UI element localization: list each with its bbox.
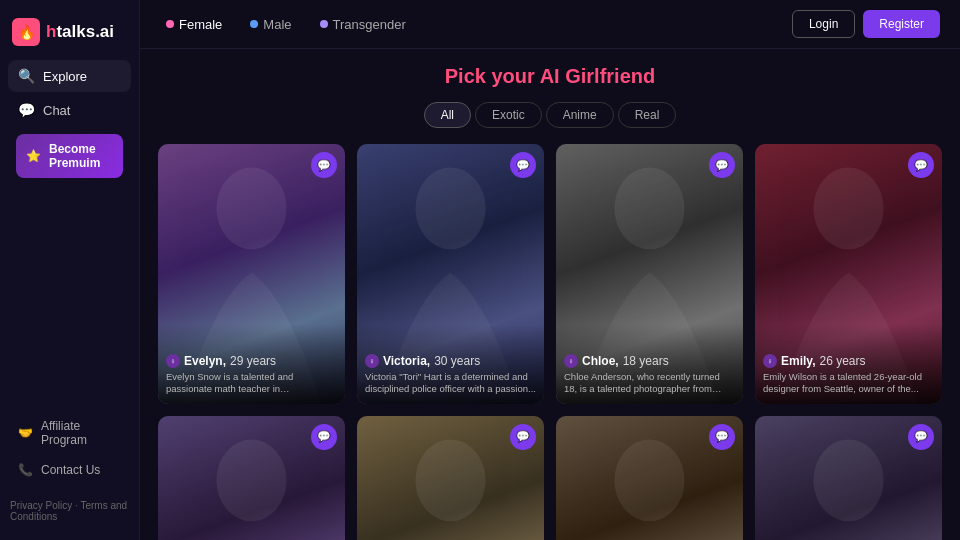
sidebar: 🔥 htalks.ai 🔍 Explore 💬 Chat ⭐ Become Pr… (0, 0, 140, 540)
sidebar-footer: Privacy Policy · Terms and Conditions (0, 492, 139, 530)
svg-point-7 (813, 439, 883, 521)
card-name-emily: ♀ Emily, 26 years (763, 354, 934, 368)
card-name-text-victoria: Victoria, (383, 354, 430, 368)
login-button[interactable]: Login (792, 10, 855, 38)
filter-real[interactable]: Real (618, 102, 677, 128)
filter-tabs: All Exotic Anime Real (158, 102, 942, 128)
logo: 🔥 htalks.ai (0, 10, 139, 60)
card-chat-btn-emily[interactable]: 💬 (908, 152, 934, 178)
trans-dot (320, 20, 328, 28)
female-label: Female (179, 17, 222, 32)
card-name-chloe: ♀ Chloe, 18 years (564, 354, 735, 368)
cards-grid: 💬 ♀ Evelyn, 29 years Evelyn Snow is a ta… (158, 144, 942, 540)
card-chat-btn-evelyn[interactable]: 💬 (311, 152, 337, 178)
card-name-text-emily: Emily, (781, 354, 815, 368)
filter-all[interactable]: All (424, 102, 471, 128)
logo-talks: talks.ai (56, 22, 114, 41)
sidebar-item-explore[interactable]: 🔍 Explore (8, 60, 131, 92)
logo-hot: h (46, 22, 56, 41)
card-age-evelyn: 29 years (230, 354, 276, 368)
female-dot (166, 20, 174, 28)
card-lily[interactable]: 💬 ♀ Lily, 37 years Lilja Carter, a 37-ye… (158, 416, 345, 540)
card-victoria[interactable]: 💬 ♀ Victoria, 30 years Victoria "Tori" H… (357, 144, 544, 404)
card-name-icon-evelyn: ♀ (166, 354, 180, 368)
svg-point-3 (813, 168, 883, 250)
page-title: Pick your AI Girlfriend (158, 65, 942, 88)
chat-icon: 💬 (18, 102, 35, 118)
male-label: Male (263, 17, 291, 32)
gender-selector: Female Male Transgender (160, 13, 778, 36)
privacy-link[interactable]: Privacy Policy (10, 500, 72, 511)
auth-buttons: Login Register (792, 10, 940, 38)
svg-point-5 (415, 439, 485, 521)
svg-point-1 (415, 168, 485, 250)
card-overlay-emily: ♀ Emily, 26 years Emily Wilson is a tale… (755, 324, 942, 404)
register-button[interactable]: Register (863, 10, 940, 38)
card-overlay-victoria: ♀ Victoria, 30 years Victoria "Tori" Har… (357, 324, 544, 404)
page-title-accent: Girlfriend (565, 65, 655, 87)
premium-label: Become Premuim (49, 142, 113, 170)
card-name-icon-emily: ♀ (763, 354, 777, 368)
card-chloe[interactable]: 💬 ♀ Chloe, 18 years Chloe Anderson, who … (556, 144, 743, 404)
topbar: Female Male Transgender Login Register (140, 0, 960, 49)
svg-point-0 (216, 168, 286, 250)
card-jessica[interactable]: 💬 ♀ Jessica, 42 years Jessica the owner … (357, 416, 544, 540)
sidebar-item-contact[interactable]: 📞 Contact Us (8, 456, 131, 484)
logo-text: htalks.ai (46, 22, 114, 42)
trans-label: Transgender (333, 17, 406, 32)
card-chat-btn-chloe[interactable]: 💬 (709, 152, 735, 178)
card-chat-btn-lily[interactable]: 💬 (311, 424, 337, 450)
page-title-text: Pick your AI (445, 65, 565, 87)
affiliate-label: Affiliate Program (41, 419, 121, 447)
gender-male[interactable]: Male (244, 13, 297, 36)
explore-icon: 🔍 (18, 68, 35, 84)
logo-icon: 🔥 (12, 18, 40, 46)
card-chat-btn-victoria[interactable]: 💬 (510, 152, 536, 178)
sidebar-nav: 🔍 Explore 💬 Chat ⭐ Become Premuim (0, 60, 139, 404)
card-desc-victoria: Victoria "Tori" Hart is a determined and… (365, 371, 536, 396)
male-dot (250, 20, 258, 28)
card-age-chloe: 18 years (623, 354, 669, 368)
sidebar-item-affiliate[interactable]: 🤝 Affiliate Program (8, 412, 131, 454)
card-name-evelyn: ♀ Evelyn, 29 years (166, 354, 337, 368)
sidebar-item-chat-label: Chat (43, 103, 70, 118)
gender-transgender[interactable]: Transgender (314, 13, 412, 36)
contact-label: Contact Us (41, 463, 100, 477)
card-age-victoria: 30 years (434, 354, 480, 368)
card-desc-chloe: Chloe Anderson, who recently turned 18, … (564, 371, 735, 396)
card-desc-evelyn: Evelyn Snow is a talented and passionate… (166, 371, 337, 396)
card-ana[interactable]: 💬 ♀ Ana, 18 years Ana is a sexy student … (556, 416, 743, 540)
card-overlay-chloe: ♀ Chloe, 18 years Chloe Anderson, who re… (556, 324, 743, 404)
card-name-victoria: ♀ Victoria, 30 years (365, 354, 536, 368)
card-name-text-evelyn: Evelyn, (184, 354, 226, 368)
affiliate-icon: 🤝 (18, 426, 33, 440)
sidebar-item-chat[interactable]: 💬 Chat (8, 94, 131, 126)
svg-point-6 (614, 439, 684, 521)
card-name-text-chloe: Chloe, (582, 354, 619, 368)
filter-anime[interactable]: Anime (546, 102, 614, 128)
card-chat-btn-jessica[interactable]: 💬 (510, 424, 536, 450)
svg-point-4 (216, 439, 286, 521)
card-name-icon-victoria: ♀ (365, 354, 379, 368)
gender-female[interactable]: Female (160, 13, 228, 36)
content-area: Pick your AI Girlfriend All Exotic Anime… (140, 49, 960, 540)
sidebar-bottom: 🤝 Affiliate Program 📞 Contact Us (0, 404, 139, 492)
card-chat-btn-ana[interactable]: 💬 (709, 424, 735, 450)
contact-icon: 📞 (18, 463, 33, 477)
card-name-icon-chloe: ♀ (564, 354, 578, 368)
card-chat-btn-rebecca[interactable]: 💬 (908, 424, 934, 450)
svg-point-2 (614, 168, 684, 250)
sidebar-item-premium[interactable]: ⭐ Become Premuim (16, 134, 123, 178)
card-overlay-evelyn: ♀ Evelyn, 29 years Evelyn Snow is a tale… (158, 324, 345, 404)
card-rebecca[interactable]: 💬 ♀ Rebecca, 25 years Rebecca is a young… (755, 416, 942, 540)
filter-exotic[interactable]: Exotic (475, 102, 542, 128)
card-desc-emily: Emily Wilson is a talented 26-year-old d… (763, 371, 934, 396)
main-area: Female Male Transgender Login Register P… (140, 0, 960, 540)
card-age-emily: 26 years (819, 354, 865, 368)
sidebar-item-explore-label: Explore (43, 69, 87, 84)
card-evelyn[interactable]: 💬 ♀ Evelyn, 29 years Evelyn Snow is a ta… (158, 144, 345, 404)
card-emily[interactable]: 💬 ♀ Emily, 26 years Emily Wilson is a ta… (755, 144, 942, 404)
premium-icon: ⭐ (26, 149, 41, 163)
